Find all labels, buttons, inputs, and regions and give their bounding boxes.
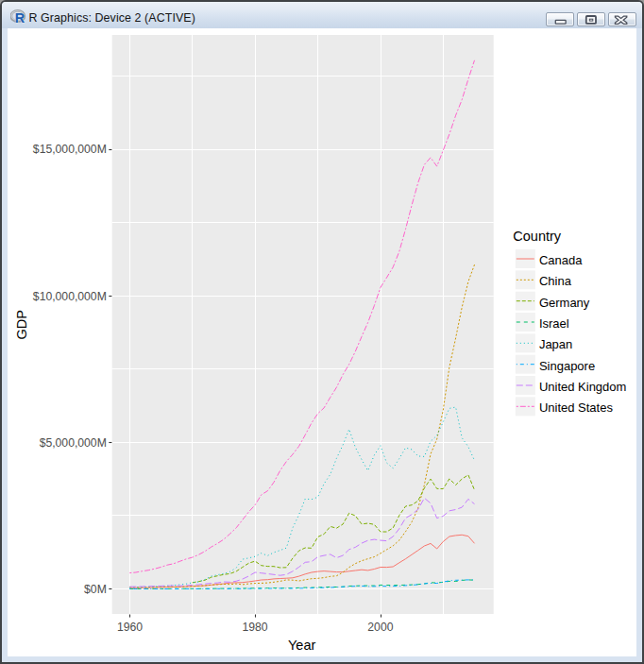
svg-text:United Kingdom: United Kingdom [539,380,627,394]
svg-text:Country: Country [513,229,562,244]
svg-text:Canada: Canada [539,253,583,267]
svg-text:1980: 1980 [243,621,268,634]
svg-text:$10,000,000M: $10,000,000M [33,290,107,303]
svg-text:2000: 2000 [367,621,393,634]
svg-text:Japan: Japan [539,337,572,351]
svg-text:$5,000,000M: $5,000,000M [40,436,107,450]
svg-text:1960: 1960 [117,621,143,634]
svg-text:United States: United States [539,400,614,415]
svg-text:China: China [539,274,572,288]
svg-text:$15,000,000M: $15,000,000M [33,143,107,156]
svg-text:Year: Year [288,638,315,653]
svg-text:Israel: Israel [539,316,569,331]
svg-text:Singapore: Singapore [539,359,595,373]
svg-text:Germany: Germany [539,296,590,310]
svg-text:$0M: $0M [84,583,107,596]
svg-text:GDP: GDP [14,310,29,339]
